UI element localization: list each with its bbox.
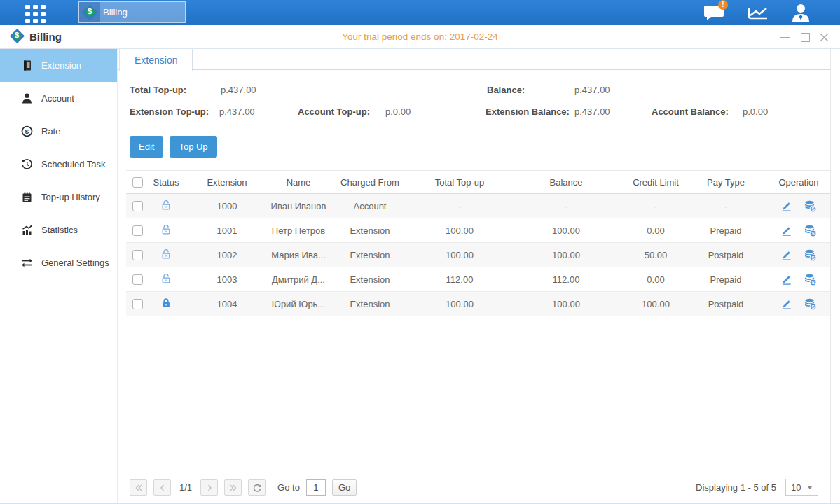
- column-header-balance: Balance: [506, 177, 626, 188]
- clock-icon: [21, 158, 33, 170]
- taskbar: $ Billing !: [0, 0, 840, 24]
- column-header-credit-limit: Credit Limit: [626, 177, 685, 188]
- notification-badge: !: [718, 0, 728, 10]
- extension-balance-value: p.437.00: [574, 106, 610, 117]
- top-up-coins-icon[interactable]: $: [804, 273, 817, 286]
- column-header-operation: Operation: [766, 177, 831, 188]
- edit-button[interactable]: Edit: [130, 136, 163, 158]
- edit-pencil-icon[interactable]: [780, 274, 792, 286]
- sidebar-item-extension[interactable]: Extension: [0, 49, 117, 82]
- refresh-icon[interactable]: [248, 479, 266, 496]
- extension-balance-label: Extension Balance:: [486, 106, 570, 117]
- cell-name: Иван Иванов: [270, 201, 326, 211]
- select-all-checkbox[interactable]: [132, 177, 143, 188]
- edit-pencil-icon[interactable]: [780, 298, 792, 310]
- action-buttons: Edit Top Up: [130, 136, 217, 158]
- close-button[interactable]: [820, 32, 829, 41]
- cell-balance: 100.00: [506, 250, 626, 260]
- account-balance-value: p.0.00: [743, 106, 768, 117]
- account-topup-value: p.0.00: [385, 106, 411, 117]
- last-page-button[interactable]: [224, 479, 242, 496]
- sidebar-item-account[interactable]: Account: [0, 82, 117, 115]
- column-header-pay-type: Pay Type: [685, 177, 766, 188]
- page-size-value: 10: [791, 482, 801, 493]
- row-checkbox[interactable]: [132, 250, 143, 260]
- cell-balance: 100.00: [506, 299, 626, 309]
- page-size-select[interactable]: 10: [785, 479, 818, 496]
- table-header-row: Status Extension Name Charged From Total…: [126, 170, 831, 194]
- prev-page-button[interactable]: [153, 479, 171, 496]
- edit-pencil-icon[interactable]: [780, 249, 792, 261]
- row-checkbox[interactable]: [132, 299, 143, 309]
- messages-icon[interactable]: !: [703, 2, 727, 23]
- lock-icon: [149, 298, 184, 311]
- apps-grid-icon[interactable]: [25, 5, 46, 23]
- cell-extension: 1004: [184, 299, 270, 309]
- sidebar-item-statistics[interactable]: Statistics: [0, 214, 117, 246]
- maximize-button[interactable]: [800, 32, 809, 41]
- cell-charged-from: Extension: [326, 299, 413, 309]
- cell-name: Петр Петров: [270, 225, 326, 236]
- bar-chart-icon: [21, 224, 33, 236]
- cell-extension: 1000: [184, 201, 270, 211]
- minimize-button[interactable]: [780, 32, 790, 41]
- top-up-coins-icon[interactable]: $: [804, 200, 817, 213]
- edit-pencil-icon[interactable]: [780, 200, 792, 212]
- cell-charged-from: Extension: [326, 250, 413, 260]
- cell-total-topup: 100.00: [413, 225, 506, 236]
- page-indicator: 1/1: [179, 482, 192, 493]
- unlock-icon: [149, 200, 184, 213]
- sidebar-item-general-settings[interactable]: General Settings: [0, 246, 117, 279]
- display-info: Displaying 1 - 5 of 5 10: [696, 479, 818, 496]
- line-chart-icon[interactable]: [746, 2, 770, 23]
- table-row: 1004 Юрий Юрь... Extension 100.00 100.00…: [126, 292, 831, 316]
- goto-label: Go to: [277, 482, 300, 493]
- table-row: 1003 Дмитрий Д... Extension 112.00 112.0…: [126, 267, 831, 292]
- taskbar-tab-label: Billing: [103, 7, 128, 18]
- top-up-coins-icon[interactable]: $: [804, 298, 817, 311]
- column-header-charged-from: Charged From: [326, 177, 413, 188]
- chevron-down-icon: [807, 486, 813, 489]
- sidebar-item-scheduled-task[interactable]: Scheduled Task: [0, 148, 117, 181]
- total-topup-label: Total Top-up:: [130, 85, 186, 95]
- taskbar-tab-billing[interactable]: $ Billing: [78, 1, 186, 23]
- top-up-button[interactable]: Top Up: [170, 136, 216, 158]
- unlock-icon: [149, 248, 184, 262]
- go-button[interactable]: Go: [332, 479, 357, 496]
- edit-pencil-icon[interactable]: [780, 225, 792, 237]
- row-checkbox[interactable]: [132, 225, 143, 236]
- svg-text:$: $: [25, 127, 29, 135]
- next-page-button[interactable]: [200, 479, 218, 496]
- cell-credit-limit: -: [626, 201, 685, 211]
- column-header-status: Status: [149, 177, 184, 188]
- cell-extension: 1002: [184, 250, 270, 260]
- cell-charged-from: Extension: [326, 274, 413, 285]
- sidebar-item-topup-history[interactable]: Top-up History: [0, 181, 117, 214]
- extension-topup-value: p.437.00: [219, 106, 255, 117]
- sidebar-item-label: Account: [41, 93, 74, 104]
- top-up-coins-icon[interactable]: $: [804, 224, 817, 237]
- cell-balance: 100.00: [506, 225, 626, 236]
- row-checkbox[interactable]: [132, 201, 143, 211]
- cell-credit-limit: 0.00: [626, 274, 685, 285]
- extension-topup-label: Extension Top-up:: [130, 106, 209, 117]
- top-up-coins-icon[interactable]: $: [804, 248, 817, 262]
- goto-page-input[interactable]: [306, 479, 326, 496]
- tab-extension[interactable]: Extension: [119, 49, 193, 71]
- window-titlebar: $ Billing Your trial period ends on: 201…: [0, 24, 840, 49]
- trial-notice: Your trial period ends on: 2017-02-24: [342, 31, 497, 42]
- row-checkbox[interactable]: [132, 274, 143, 285]
- pagination: 1/1 Go to Go: [130, 479, 357, 496]
- cell-name: Дмитрий Д...: [270, 274, 326, 285]
- extension-table: Status Extension Name Charged From Total…: [126, 170, 831, 316]
- sidebar-item-rate[interactable]: $ Rate: [0, 115, 117, 148]
- column-header-name: Name: [270, 177, 326, 188]
- cell-credit-limit: 0.00: [626, 225, 685, 236]
- cell-extension: 1003: [184, 274, 270, 285]
- user-account-icon[interactable]: [790, 2, 813, 23]
- first-page-button[interactable]: [130, 479, 147, 496]
- billing-window-icon: $: [10, 29, 24, 43]
- cell-total-topup: 100.00: [413, 299, 506, 309]
- cell-balance: 112.00: [506, 274, 626, 285]
- sidebar-item-label: Extension: [41, 60, 81, 71]
